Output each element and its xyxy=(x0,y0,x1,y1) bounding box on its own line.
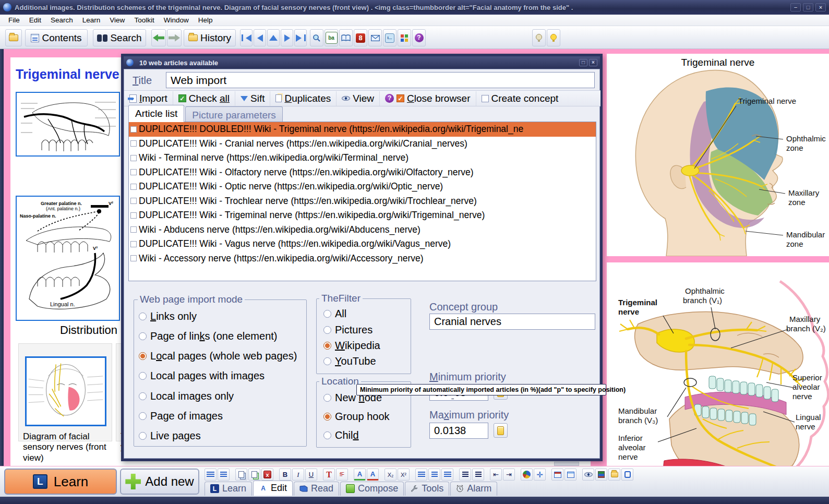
article-checkbox[interactable] xyxy=(130,241,137,247)
paste-icon[interactable] xyxy=(248,469,260,481)
article-checkbox[interactable] xyxy=(130,255,137,261)
article-checkbox[interactable] xyxy=(130,212,137,219)
search-button[interactable]: Search xyxy=(93,29,146,46)
create-concept-checkbox-row[interactable]: Create concept xyxy=(476,91,564,106)
italic-icon[interactable]: I xyxy=(292,469,304,481)
article-row[interactable]: DUPLICATE!!! Wiki - Vagus nerve (https:/… xyxy=(129,237,596,251)
tab-alarm[interactable]: Alarm xyxy=(450,482,497,496)
radio-filter-pictures[interactable]: Pictures xyxy=(323,324,373,336)
concept-group-input[interactable] xyxy=(429,314,595,330)
highlight-add-icon[interactable]: A xyxy=(354,469,366,481)
tab-picture-parameters[interactable]: Picture parameters xyxy=(185,106,283,122)
learn-button[interactable]: L Learn xyxy=(4,469,117,495)
import-file-icon[interactable] xyxy=(608,469,620,481)
close-browser-checkbox[interactable]: ✓ xyxy=(397,94,404,102)
close-browser-help-icon[interactable]: ? xyxy=(385,94,394,103)
subscript-icon[interactable]: X₂ xyxy=(385,469,397,481)
parent-element-button[interactable] xyxy=(267,29,280,46)
sift-button[interactable]: Sift xyxy=(235,91,270,106)
add-new-button[interactable]: Add new xyxy=(120,469,199,495)
help-button[interactable]: ? xyxy=(412,29,426,46)
tab-compose[interactable]: Compose xyxy=(340,482,404,496)
tab-edit[interactable]: AEdit xyxy=(253,481,293,496)
create-concept-checkbox[interactable] xyxy=(482,95,489,102)
radio-filter-wikipedia[interactable]: Wikipedia xyxy=(323,340,380,352)
plain-text-icon[interactable] xyxy=(218,469,230,481)
menu-edit[interactable]: Edit xyxy=(25,15,45,25)
radio-location-child[interactable]: Child xyxy=(323,429,359,441)
article-row[interactable]: DUPLICATE!!! Wiki - Olfactory nerve (htt… xyxy=(129,165,596,180)
menu-view[interactable]: View xyxy=(105,15,129,25)
numbered-list-icon[interactable] xyxy=(472,469,484,481)
bulb-dim-button[interactable] xyxy=(532,29,546,46)
open-collection-button[interactable] xyxy=(5,29,22,46)
minimize-button[interactable]: – xyxy=(790,3,801,11)
close-browser-button[interactable]: ?✓Close browser xyxy=(380,91,476,106)
duplicates-button[interactable]: Duplicates xyxy=(270,91,337,106)
trigeminal-sketch-image[interactable] xyxy=(16,92,120,157)
close-button[interactable]: × xyxy=(815,3,826,11)
text-registry-button[interactable]: I... xyxy=(383,29,397,46)
bulb-lit-button[interactable] xyxy=(547,29,560,46)
translate-button[interactable]: ba xyxy=(325,29,338,46)
template-icon[interactable] xyxy=(205,469,217,481)
tab-article-list[interactable]: Article list xyxy=(128,105,184,122)
font-icon[interactable]: T xyxy=(323,469,335,481)
article-checkbox[interactable] xyxy=(130,169,137,175)
radio-local-pages-images[interactable]: Local pages with images xyxy=(139,370,265,382)
align-right-icon[interactable] xyxy=(441,469,453,481)
article-checkbox[interactable] xyxy=(130,226,137,233)
trigeminal-zones-figure[interactable]: Trigeminal nerve xyxy=(607,54,829,256)
article-row[interactable]: DUPLICATE!!! Wiki - Trochlear nerve (htt… xyxy=(129,194,596,209)
dialog-maximize-button[interactable]: □ xyxy=(579,59,587,66)
radio-links-only[interactable]: Links only xyxy=(139,310,197,322)
palatine-sketch-image[interactable]: Greater palatine n. (Ant. palatine n.) N… xyxy=(16,196,120,321)
statistics-pie-icon[interactable] xyxy=(521,469,533,481)
scrollbar-thumb[interactable] xyxy=(554,462,579,466)
menu-window[interactable]: Window xyxy=(160,15,193,25)
outdent-icon[interactable]: ⇤ xyxy=(490,469,502,481)
reference-books-icon[interactable] xyxy=(595,469,607,481)
maximum-priority-input[interactable] xyxy=(429,423,488,439)
thumbnail-card-front-view[interactable]: Diagram of facial sensory nerves (front … xyxy=(18,343,112,441)
article-checkbox[interactable] xyxy=(130,126,137,133)
tile-window-icon[interactable] xyxy=(564,469,576,481)
forward-button[interactable] xyxy=(167,29,182,46)
article-checkbox[interactable] xyxy=(130,140,137,147)
align-left-icon[interactable] xyxy=(415,469,427,481)
facial-nerves-thumbnail[interactable] xyxy=(25,356,106,426)
article-checkbox[interactable] xyxy=(130,155,137,161)
article-row[interactable]: DUPLICATE!!! Wiki - Optic nerve (https:/… xyxy=(129,179,596,194)
menu-file[interactable]: File xyxy=(4,15,24,25)
frame-icon[interactable] xyxy=(621,469,633,481)
email-button[interactable] xyxy=(368,29,382,46)
next-element-button[interactable] xyxy=(281,29,293,46)
contents-button[interactable]: Contents xyxy=(25,29,88,46)
split-window-icon[interactable] xyxy=(551,469,563,481)
radio-filter-all[interactable]: All xyxy=(323,308,346,320)
underline-icon[interactable]: U xyxy=(305,469,317,481)
move-icon[interactable]: ✛ xyxy=(534,469,546,481)
article-row[interactable]: Wiki - Terminal nerve (https://en.wikipe… xyxy=(129,151,596,165)
article-row[interactable]: DUPLICATE!!! Wiki - Trigeminal nerve (ht… xyxy=(129,208,596,223)
previous-element-button[interactable] xyxy=(254,29,266,46)
article-list[interactable]: DUPLICATE!!! DOUBLED!!! Wiki - Trigemina… xyxy=(128,122,596,281)
article-row[interactable]: DUPLICATE!!! Wiki - Cranial nerves (http… xyxy=(129,137,596,151)
tab-tools[interactable]: Tools xyxy=(405,482,449,496)
menu-learn[interactable]: Learn xyxy=(78,15,105,25)
radio-live-pages[interactable]: Live pages xyxy=(139,430,201,442)
dialog-close-button[interactable]: × xyxy=(589,59,597,66)
article-row[interactable]: Wiki - Abducens nerve (https://en.wikipe… xyxy=(129,223,596,237)
google-button[interactable]: 8 xyxy=(354,29,367,46)
tab-learn[interactable]: LLearn xyxy=(205,482,252,496)
last-element-button[interactable] xyxy=(294,29,307,46)
dialog-titlebar[interactable]: 10 web articles available □ × xyxy=(124,56,600,69)
article-checkbox[interactable] xyxy=(130,198,137,204)
first-element-button[interactable] xyxy=(240,29,253,46)
article-checkbox[interactable] xyxy=(130,184,137,190)
tab-read[interactable]: Read xyxy=(294,482,339,496)
font-size-icon[interactable]: fF xyxy=(336,469,348,481)
maximize-button[interactable]: □ xyxy=(803,3,813,11)
maximum-priority-picker-button[interactable] xyxy=(494,423,508,438)
delete-icon[interactable]: x xyxy=(261,469,273,481)
